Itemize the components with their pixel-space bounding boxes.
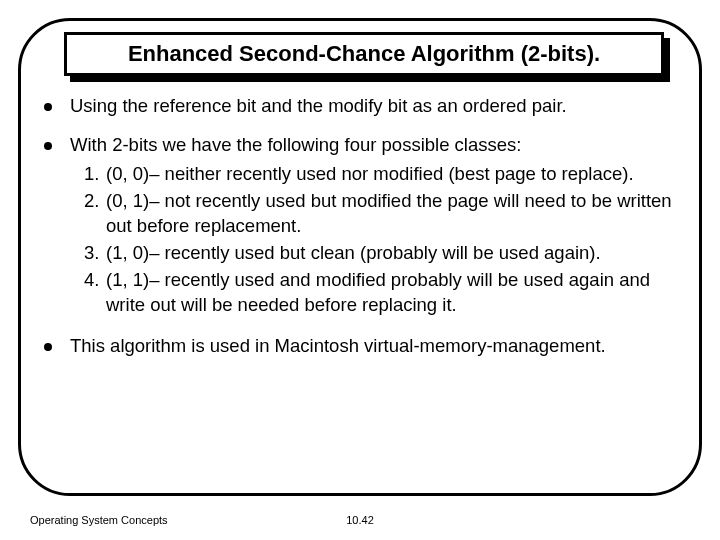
slide-title: Enhanced Second-Chance Algorithm (2-bits… (128, 41, 600, 67)
footer-page-number: 10.42 (0, 514, 720, 526)
list-item: 4.(1, 1)– recently used and modified pro… (84, 268, 684, 318)
list-item: 2.(0, 1)– not recently used but modified… (84, 189, 684, 239)
bullet-icon (44, 343, 52, 351)
bullet-text: This algorithm is used in Macintosh virt… (70, 334, 606, 359)
bullet-item: This algorithm is used in Macintosh virt… (44, 334, 684, 359)
list-num: 2. (84, 189, 106, 239)
ordered-list: 1.(0, 0)– neither recently used nor modi… (70, 162, 684, 318)
list-num: 3. (84, 241, 106, 266)
bullet-icon (44, 103, 52, 111)
bullet-text: Using the reference bit and the modify b… (70, 94, 567, 119)
list-item: 1.(0, 0)– neither recently used nor modi… (84, 162, 684, 187)
list-text: (0, 1)– not recently used but modified t… (106, 189, 684, 239)
list-text: (1, 0)– recently used but clean (probabl… (106, 241, 601, 266)
bullet-item: With 2-bits we have the following four p… (44, 133, 684, 320)
list-num: 4. (84, 268, 106, 318)
bullet-intro: With 2-bits we have the following four p… (70, 134, 521, 155)
bullet-icon (44, 142, 52, 150)
list-item: 3.(1, 0)– recently used but clean (proba… (84, 241, 684, 266)
list-num: 1. (84, 162, 106, 187)
slide-content: Using the reference bit and the modify b… (44, 94, 684, 373)
bullet-text: With 2-bits we have the following four p… (70, 133, 684, 320)
bullet-item: Using the reference bit and the modify b… (44, 94, 684, 119)
list-text: (1, 1)– recently used and modified proba… (106, 268, 684, 318)
list-text: (0, 0)– neither recently used nor modifi… (106, 162, 634, 187)
slide-title-box: Enhanced Second-Chance Algorithm (2-bits… (64, 32, 664, 76)
